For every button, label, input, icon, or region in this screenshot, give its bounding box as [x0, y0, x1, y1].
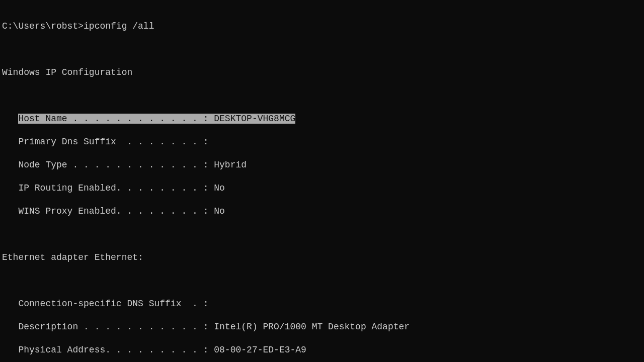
description-line: Description . . . . . . . . . . . : Inte…	[2, 321, 642, 333]
ip-routing-line: IP Routing Enabled. . . . . . . . : No	[2, 183, 642, 194]
node-type-line: Node Type . . . . . . . . . . . . : Hybr…	[2, 159, 642, 171]
primary-dns-suffix-line: Primary Dns Suffix . . . . . . . :	[2, 136, 642, 148]
wins-proxy-line: WINS Proxy Enabled. . . . . . . . : No	[2, 206, 642, 217]
prompt-line: C:\Users\robst>ipconfig /all	[2, 21, 642, 32]
section-ethernet-title: Ethernet adapter Ethernet:	[2, 252, 642, 263]
section-ipconfig-title: Windows IP Configuration	[2, 67, 642, 78]
prompt-command: ipconfig /all	[84, 21, 154, 31]
blank-line	[2, 90, 642, 102]
host-name-line: Host Name . . . . . . . . . . . . : DESK…	[2, 113, 642, 125]
blank-line	[2, 229, 642, 240]
blank-line	[2, 44, 642, 55]
blank-line	[2, 275, 642, 287]
host-name-highlight: Host Name . . . . . . . . . . . . : DESK…	[18, 114, 295, 124]
terminal-output[interactable]: C:\Users\robst>ipconfig /all Windows IP …	[0, 0, 644, 362]
prompt-path: C:\Users\robst>	[2, 21, 84, 31]
physical-address-line: Physical Address. . . . . . . . . : 08-0…	[2, 344, 642, 356]
conn-suffix-line: Connection-specific DNS Suffix . :	[2, 298, 642, 310]
